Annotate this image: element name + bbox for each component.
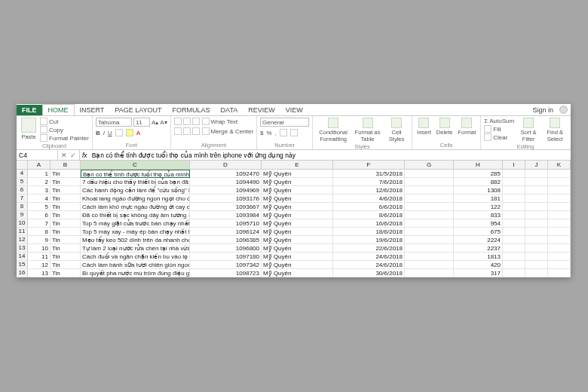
cell[interactable] xyxy=(525,211,548,219)
copy-button[interactable]: Copy xyxy=(40,126,89,133)
align-left-icon[interactable] xyxy=(174,127,182,135)
cell[interactable]: 16/6/2018 xyxy=(333,219,405,228)
cell[interactable]: 6/6/2018 xyxy=(333,203,405,211)
cell[interactable] xyxy=(503,170,525,178)
cell[interactable]: 13 xyxy=(28,269,51,277)
cell[interactable]: 1094969 xyxy=(190,186,262,194)
underline-button[interactable]: U xyxy=(108,130,112,136)
cell[interactable]: 1093667 xyxy=(190,203,262,211)
decrease-font-icon[interactable]: A▾ xyxy=(160,119,167,126)
find-select-button[interactable]: Find & Select xyxy=(543,118,567,142)
cell[interactable]: 1093176 xyxy=(190,194,262,203)
select-all-corner[interactable] xyxy=(17,161,28,169)
decrease-decimal-icon[interactable] xyxy=(290,129,298,136)
font-size-select[interactable]: 11 xyxy=(133,118,150,127)
cell[interactable]: 11 xyxy=(28,253,51,261)
row-header[interactable]: 14 xyxy=(17,253,28,260)
cell[interactable]: Tin xyxy=(51,261,81,269)
cell[interactable] xyxy=(548,228,571,236)
cell[interactable]: Mỹ Quyên xyxy=(262,194,333,203)
cell[interactable] xyxy=(525,228,548,236)
cell[interactable]: Tin xyxy=(51,170,81,178)
cell[interactable]: 24/6/2018 xyxy=(333,253,405,261)
cell[interactable] xyxy=(548,170,571,178)
insert-button[interactable]: Insert xyxy=(415,118,433,136)
cell[interactable]: 7 xyxy=(28,219,51,228)
autosum-button[interactable]: ΣAutoSum xyxy=(484,118,514,124)
cell[interactable]: 1096124 xyxy=(190,228,262,236)
cell[interactable] xyxy=(548,186,571,194)
cell[interactable]: Tin xyxy=(51,178,81,186)
cell[interactable]: 2 xyxy=(28,178,51,186)
col-header[interactable]: A xyxy=(28,161,51,169)
format-painter-button[interactable]: Format Painter xyxy=(40,134,89,142)
cell[interactable] xyxy=(405,253,454,261)
cell[interactable]: Mỹ Quyên xyxy=(262,253,333,261)
cell[interactable]: 122 xyxy=(454,203,503,211)
cell[interactable] xyxy=(525,203,548,211)
cell[interactable]: 1093984 xyxy=(190,211,262,219)
col-header[interactable]: F xyxy=(333,161,405,169)
cell[interactable]: 181 xyxy=(454,194,503,203)
cell[interactable]: Mỹ Quyên xyxy=(262,211,333,219)
cell[interactable] xyxy=(503,228,525,236)
cell[interactable] xyxy=(503,269,525,277)
cell[interactable] xyxy=(525,219,548,228)
cell[interactable]: 317 xyxy=(454,269,503,277)
sign-in-link[interactable]: Sign in xyxy=(528,105,558,115)
row-header[interactable]: 10 xyxy=(17,219,28,227)
cell[interactable]: 8/6/2018 xyxy=(333,211,405,219)
format-button[interactable]: Format xyxy=(457,118,478,136)
cell[interactable] xyxy=(548,261,571,269)
cell[interactable]: 1095710 xyxy=(190,219,262,228)
cell[interactable] xyxy=(548,269,571,277)
col-header[interactable]: D xyxy=(190,161,262,169)
cell[interactable]: 285 xyxy=(454,170,503,178)
col-header[interactable]: B xyxy=(51,161,81,169)
row-header[interactable]: 6 xyxy=(17,186,28,194)
cell[interactable]: 31/5/2018 xyxy=(333,170,405,178)
cell[interactable]: Tin xyxy=(51,244,81,253)
row-header[interactable]: 12 xyxy=(17,236,28,243)
tab-formulas[interactable]: FORMULAS xyxy=(167,105,216,115)
cancel-formula-icon[interactable]: ✕ xyxy=(61,152,67,159)
cell[interactable]: Mỹ Quyên xyxy=(262,178,333,186)
cell[interactable]: Khoai lang ngào đường ngon ngọt cho chị … xyxy=(81,194,190,203)
cell[interactable]: 1097342 xyxy=(190,261,262,269)
cell[interactable] xyxy=(405,269,454,277)
cell[interactable]: Mỹ Quyên xyxy=(262,269,333,277)
cell[interactable]: Tin xyxy=(51,269,81,277)
font-color-button[interactable]: A xyxy=(136,130,140,136)
cell[interactable]: 1096385 xyxy=(190,236,262,244)
cell[interactable] xyxy=(503,186,525,194)
cell[interactable]: Tin xyxy=(51,194,81,203)
col-header[interactable]: C xyxy=(81,161,190,169)
cell[interactable]: 882 xyxy=(454,178,503,186)
cell[interactable]: Tin xyxy=(51,228,81,236)
row-header[interactable]: 4 xyxy=(17,170,28,177)
cell[interactable] xyxy=(525,244,548,253)
cut-button[interactable]: Cut xyxy=(40,118,89,125)
cell[interactable]: 4/6/2018 xyxy=(333,194,405,203)
cell[interactable]: Tin xyxy=(51,186,81,194)
worksheet-grid[interactable]: A B C D E F G H I J K 41TinBạn có thể tí… xyxy=(17,161,571,277)
cell[interactable]: 19/6/2018 xyxy=(333,236,405,244)
col-header[interactable]: J xyxy=(525,161,548,169)
cell[interactable] xyxy=(503,261,525,269)
cell[interactable] xyxy=(548,244,571,253)
cell[interactable]: Mỹ Quyên xyxy=(262,186,333,194)
cell[interactable]: 1098723 xyxy=(190,269,262,277)
fill-color-button[interactable] xyxy=(126,129,133,136)
bold-button[interactable]: B xyxy=(96,130,100,136)
tab-data[interactable]: DATA xyxy=(216,105,243,115)
cell[interactable]: 30/6/2018 xyxy=(333,269,405,277)
cell[interactable] xyxy=(525,261,548,269)
cell[interactable] xyxy=(405,194,454,203)
increase-font-icon[interactable]: A▴ xyxy=(152,119,158,126)
tab-home[interactable]: HOME xyxy=(42,104,75,115)
number-format-select[interactable]: General xyxy=(260,118,309,127)
cell[interactable] xyxy=(525,269,548,277)
clear-button[interactable]: Clear xyxy=(484,133,514,141)
cell[interactable] xyxy=(503,211,525,219)
cell[interactable]: 1097180 xyxy=(190,253,262,261)
